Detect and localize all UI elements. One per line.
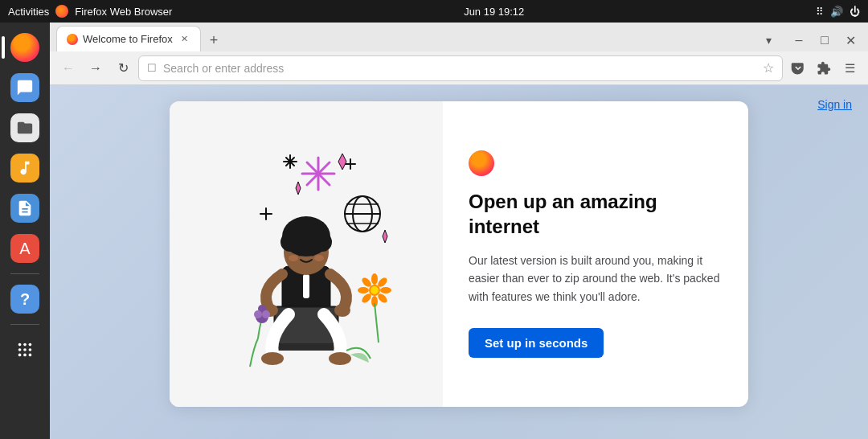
window-controls: – □ ✕ (788, 29, 862, 51)
datetime-label: Jun 19 19:12 (464, 6, 524, 18)
svg-rect-30 (303, 274, 309, 298)
firefox-icon (10, 33, 39, 62)
volume-icon[interactable]: 🔊 (830, 6, 843, 18)
system-bar-center: Jun 19 19:12 (464, 6, 524, 18)
svg-rect-44 (268, 346, 345, 351)
svg-point-1 (23, 343, 27, 347)
active-tab[interactable]: Welcome to Firefox ✕ (56, 26, 201, 51)
svg-point-37 (297, 220, 316, 240)
svg-marker-20 (296, 182, 301, 195)
welcome-description: Our latest version is built around you, … (469, 252, 723, 306)
svg-point-47 (261, 352, 284, 365)
address-bar-page-icon: ☐ (147, 62, 157, 74)
maximize-button[interactable]: □ (813, 29, 836, 51)
svg-point-40 (289, 255, 298, 261)
sidebar-item-help[interactable]: ? (6, 281, 43, 318)
svg-point-4 (23, 348, 27, 351)
sidebar-item-firefox[interactable] (6, 29, 43, 66)
sidebar-item-messaging[interactable] (6, 69, 43, 106)
svg-point-2 (29, 343, 32, 347)
help-icon: ? (10, 285, 39, 314)
forward-button[interactable]: → (84, 56, 108, 80)
activities-label[interactable]: Activities (8, 6, 49, 18)
svg-point-60 (358, 287, 369, 293)
svg-point-7 (23, 354, 27, 357)
sidebar-item-files[interactable] (6, 109, 43, 146)
documents-icon (10, 194, 39, 223)
svg-point-38 (298, 252, 302, 256)
back-button[interactable]: ← (56, 56, 80, 80)
svg-point-41 (314, 255, 324, 261)
svg-point-56 (380, 287, 391, 293)
svg-point-39 (311, 252, 315, 256)
app-name-label: Firefox Web Browser (75, 6, 172, 18)
tab-dropdown-button[interactable]: ▾ (757, 29, 780, 51)
menu-button[interactable]: ☰ (837, 56, 862, 80)
sign-in-link[interactable]: Sign in (817, 98, 852, 111)
tab-label: Welcome to Firefox (83, 33, 173, 45)
bookmark-star-icon[interactable]: ☆ (763, 60, 774, 76)
reload-button[interactable]: ↻ (111, 56, 135, 80)
svg-point-54 (371, 273, 378, 285)
minimize-button[interactable]: – (788, 29, 810, 51)
sidebar-divider (10, 273, 39, 274)
svg-point-63 (371, 286, 379, 294)
address-bar[interactable]: ☐ Search or enter address ☆ (138, 55, 783, 81)
svg-point-3 (18, 348, 22, 351)
sidebar-item-apps[interactable] (6, 331, 43, 368)
software-icon: A (10, 234, 39, 263)
welcome-card: Open up an amazing internet Our latest v… (170, 101, 748, 407)
power-icon[interactable]: ⏻ (850, 6, 860, 18)
svg-point-5 (29, 348, 32, 351)
nav-bar: ← → ↻ ☐ Search or enter address ☆ ☰ (50, 51, 868, 85)
welcome-illustration (170, 101, 443, 407)
svg-marker-19 (338, 154, 346, 170)
main-layout: A ? (0, 23, 868, 439)
welcome-illustration-svg (202, 133, 411, 375)
svg-point-0 (18, 343, 22, 347)
tab-favicon (67, 34, 78, 45)
svg-point-8 (29, 354, 32, 357)
svg-point-46 (334, 304, 350, 317)
nav-right-icons: ☰ (786, 56, 862, 80)
system-bar-left: Activities Firefox Web Browser (8, 5, 172, 18)
svg-point-51 (254, 310, 262, 318)
welcome-content: Open up an amazing internet Our latest v… (443, 101, 748, 407)
sidebar-item-documents[interactable] (6, 190, 43, 227)
firefox-logo-large (469, 150, 494, 176)
messaging-icon (10, 73, 39, 102)
system-bar-right: ⠿ 🔊 ⏻ (816, 6, 860, 18)
music-icon (10, 154, 39, 183)
new-tab-button[interactable]: + (203, 29, 225, 51)
svg-marker-28 (383, 230, 387, 243)
sidebar-item-software[interactable]: A (6, 230, 43, 267)
sidebar-item-music[interactable] (6, 150, 43, 187)
welcome-heading: Open up an amazing internet (469, 189, 723, 239)
browser: Welcome to Firefox ✕ + ▾ – □ ✕ ← → ↻ ☐ S… (50, 23, 868, 439)
svg-point-52 (262, 310, 270, 318)
page-content: Sign in (50, 85, 868, 439)
sidebar-divider-2 (10, 324, 39, 325)
sidebar: A ? (0, 23, 50, 439)
close-button[interactable]: ✕ (839, 29, 862, 51)
svg-point-6 (18, 354, 22, 357)
system-bar: Activities Firefox Web Browser Jun 19 19… (0, 0, 868, 23)
extensions-button[interactable] (812, 56, 836, 80)
svg-point-48 (329, 352, 351, 365)
browser-chrome: Welcome to Firefox ✕ + ▾ – □ ✕ ← → ↻ ☐ S… (50, 23, 868, 85)
pocket-button[interactable] (786, 56, 810, 80)
address-text: Search or enter address (163, 62, 756, 75)
setup-button[interactable]: Set up in seconds (469, 328, 604, 358)
apps-grid-icon (10, 335, 39, 364)
network-icon[interactable]: ⠿ (816, 6, 824, 18)
taskbar-firefox-icon (55, 5, 68, 18)
files-icon (10, 113, 39, 142)
tab-bar: Welcome to Firefox ✕ + ▾ – □ ✕ (50, 23, 868, 51)
tab-close-button[interactable]: ✕ (178, 33, 190, 46)
